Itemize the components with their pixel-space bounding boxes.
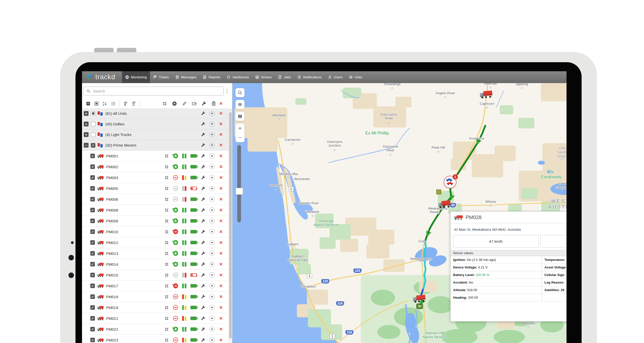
unit-row-pm014[interactable]: ✓PM014✕ (82, 259, 232, 270)
expand-chevron-icon[interactable] (210, 208, 215, 213)
checkbox[interactable] (91, 132, 95, 137)
add-to-list-icon[interactable] (123, 101, 128, 106)
settings-wrench-icon[interactable] (201, 175, 206, 180)
settings-wrench-icon[interactable] (201, 219, 206, 223)
unit-row-pm013[interactable]: ✓PM013✕ (82, 248, 232, 259)
checkbox[interactable] (91, 111, 95, 116)
expand-toggle[interactable]: + (84, 122, 89, 126)
unit-row-pm010[interactable]: ✓PM010✕ (82, 226, 232, 237)
unit-row-pm002[interactable]: ✓PM002✕ (82, 161, 232, 172)
expand-chevron-icon[interactable] (210, 229, 215, 234)
checkbox[interactable]: ✓ (90, 175, 95, 180)
expand-chevron-icon[interactable] (210, 327, 215, 332)
nav-item-tracks[interactable]: Tracks (150, 71, 172, 83)
checkbox[interactable]: ✓ (90, 273, 95, 277)
unit-row-pm005[interactable]: ✓PM005✕ (82, 183, 232, 194)
select-visible-icon[interactable] (94, 101, 99, 106)
track-antenna-icon[interactable] (182, 101, 187, 106)
map-layers-button[interactable] (235, 112, 245, 121)
map-zoom-slider[interactable] (237, 145, 241, 222)
nav-item-drivers[interactable]: Drivers (252, 71, 275, 83)
expand-chevron-icon[interactable] (210, 153, 215, 158)
checkbox[interactable]: ✓ (90, 219, 95, 223)
nav-item-monitoring[interactable]: Monitoring (122, 71, 150, 83)
remove-icon[interactable]: ✕ (219, 164, 223, 169)
unit-row-pm012[interactable]: ✓PM012✕ (82, 237, 232, 248)
checkbox[interactable]: ✓ (90, 164, 95, 169)
checkbox[interactable]: ✓ (91, 143, 95, 148)
locate-icon[interactable] (164, 154, 169, 158)
settings-wrench-icon[interactable] (201, 122, 206, 126)
unit-row-pm018[interactable]: ✓PM018✕ (82, 291, 232, 302)
locate-icon[interactable] (164, 251, 169, 256)
locate-icon[interactable] (164, 229, 169, 234)
expand-chevron-icon[interactable] (210, 337, 215, 342)
scroll-up-icon[interactable]: ▲ (229, 108, 232, 112)
power-icon[interactable] (191, 101, 197, 106)
checkbox[interactable]: ✓ (90, 154, 95, 158)
remove-icon[interactable]: ✕ (219, 186, 223, 191)
checkbox[interactable]: ✓ (90, 229, 95, 234)
expand-chevron-icon[interactable] (210, 251, 215, 256)
report-list-icon[interactable] (211, 101, 216, 106)
remove-icon[interactable]: ✕ (219, 294, 223, 299)
unit-row-pm009[interactable]: ✓PM009✕ (82, 216, 232, 226)
send-command-icon[interactable] (172, 101, 177, 106)
expand-chevron-icon[interactable] (210, 122, 215, 127)
settings-wrench-icon[interactable] (201, 229, 206, 234)
settings-wrench-icon[interactable] (201, 111, 206, 116)
settings-wrench-icon[interactable] (201, 294, 206, 299)
unit-row-pm019[interactable]: ✓PM019✕ (82, 302, 232, 313)
app-logo[interactable]: trackd (82, 71, 122, 83)
settings-wrench-icon[interactable] (201, 327, 206, 332)
locate-icon[interactable] (164, 186, 169, 191)
remove-icon[interactable]: ✕ (219, 272, 223, 278)
settings-wrench-icon[interactable] (201, 316, 206, 321)
checkbox[interactable]: ✓ (90, 338, 95, 342)
unit-row-pm008[interactable]: ✓PM008✕ (82, 205, 232, 216)
settings-wrench-icon[interactable] (201, 132, 206, 137)
locate-icon[interactable] (164, 284, 169, 288)
locate-icon[interactable] (164, 240, 169, 245)
nav-item-users[interactable]: Users (325, 71, 346, 83)
nav-item-jobs[interactable]: Jobs (275, 71, 294, 83)
expand-chevron-icon[interactable] (210, 164, 215, 169)
expand-chevron-icon[interactable] (210, 218, 215, 223)
unit-row-pm015[interactable]: ✓PM015✕ (82, 270, 232, 281)
remove-icon[interactable]: ✕ (219, 337, 223, 343)
nav-item-geofences[interactable]: Geofences (223, 71, 252, 83)
remove-icon[interactable]: ✕ (219, 229, 223, 234)
flat-list-icon[interactable] (110, 101, 116, 106)
settings-wrench-icon[interactable] (201, 338, 206, 342)
expand-chevron-icon[interactable] (210, 197, 215, 202)
settings-wrench-icon[interactable] (201, 164, 206, 169)
locate-icon[interactable] (164, 305, 169, 310)
locate-icon[interactable] (164, 327, 169, 332)
locate-icon[interactable] (164, 208, 169, 213)
locate-icon[interactable] (164, 219, 169, 223)
unit-row-pm003[interactable]: ✓PM003✕ (82, 172, 232, 183)
checkbox[interactable]: ✓ (90, 316, 95, 321)
expand-toggle[interactable]: − (84, 143, 89, 148)
settings-wrench-icon[interactable] (201, 186, 206, 191)
expand-toggle[interactable]: + (84, 111, 89, 116)
unit-row-pm006[interactable]: ✓PM006✕ (82, 194, 232, 205)
settings-wrench-icon[interactable] (201, 262, 206, 267)
group-row-prime-movers[interactable]: −✓(32) Prime Movers✕ (82, 140, 232, 151)
checkbox[interactable] (91, 122, 95, 126)
checkbox[interactable]: ✓ (90, 262, 95, 266)
settings-wrench-icon[interactable] (201, 240, 206, 245)
group-row-all-units[interactable]: +(81) All Units✕ (82, 108, 232, 119)
unit-row-pm017[interactable]: ✓PM017✕ (82, 281, 232, 291)
search-input[interactable] (93, 89, 221, 93)
checkbox[interactable]: ✓ (90, 294, 95, 299)
checkbox[interactable]: ✓ (90, 197, 95, 201)
show-all-icon[interactable]: All (131, 101, 137, 106)
checkbox[interactable]: ✓ (90, 251, 95, 256)
expand-chevron-icon[interactable] (210, 143, 215, 148)
checkbox[interactable]: ✓ (90, 208, 95, 212)
remove-icon[interactable]: ✕ (219, 305, 223, 310)
remove-icon[interactable]: ✕ (219, 316, 223, 321)
expand-chevron-icon[interactable] (210, 132, 215, 137)
locate-icon[interactable] (162, 101, 167, 106)
